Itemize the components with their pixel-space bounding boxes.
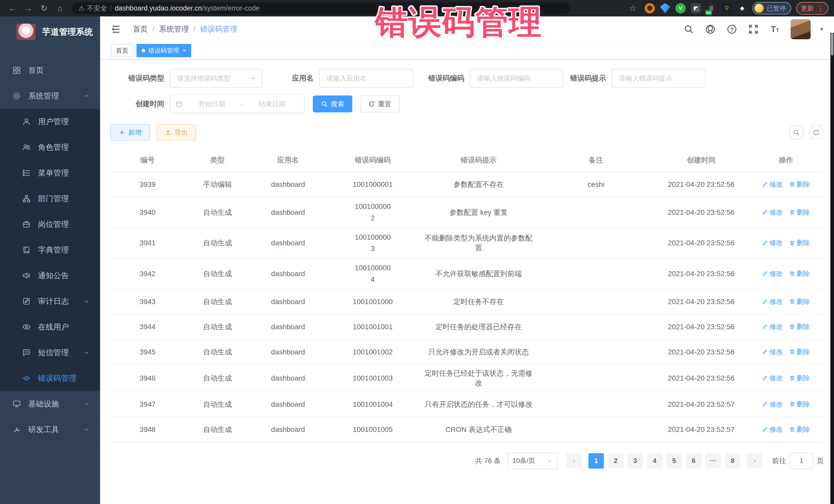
close-icon[interactable]: × xyxy=(183,47,186,54)
date-range-picker[interactable]: 开始日期 - 结束日期 xyxy=(170,94,305,113)
edit-link[interactable]: 修改 xyxy=(762,374,783,382)
sidebar-item-4[interactable]: 菜单管理 xyxy=(0,160,100,186)
more-pages-button[interactable]: ··· xyxy=(705,453,721,468)
sidebar-item-11[interactable]: 短信管理 xyxy=(0,340,100,366)
page-button-5[interactable]: 5 xyxy=(666,453,682,468)
bookmark-star-icon[interactable]: ☆ xyxy=(626,2,639,15)
end-date-placeholder[interactable]: 结束日期 xyxy=(245,100,299,109)
sidebar-item-9[interactable]: 审计日志 xyxy=(0,288,100,314)
page-button-4[interactable]: 4 xyxy=(647,453,662,468)
page-size-select[interactable]: 10条/页 xyxy=(507,453,557,469)
page-button-1[interactable]: 1 xyxy=(588,453,604,468)
edit-link[interactable]: 修改 xyxy=(762,238,783,247)
page-button-8[interactable]: 8 xyxy=(725,453,740,468)
breadcrumb-item[interactable]: 首页 xyxy=(133,24,148,35)
sidebar-item-0[interactable]: 首页 xyxy=(0,58,100,83)
edit-link[interactable]: 修改 xyxy=(762,322,783,331)
delete-link[interactable]: 删除 xyxy=(789,208,810,217)
error-code-input[interactable] xyxy=(470,74,563,82)
export-button[interactable]: 导出 xyxy=(156,124,196,140)
table-body: 3939手动编辑dashboard1001000001参数配置不存在ceshi2… xyxy=(110,172,824,442)
edit-link[interactable]: 修改 xyxy=(762,269,783,278)
sidebar-item-2[interactable]: 用户管理 xyxy=(0,109,100,134)
sidebar-item-6[interactable]: 岗位管理 xyxy=(0,212,100,237)
sidebar-item-3[interactable]: 角色管理 xyxy=(0,134,100,160)
start-date-placeholder[interactable]: 开始日期 xyxy=(185,100,239,109)
cell-message: CRON 表达式不正确 xyxy=(420,417,537,442)
hamburger-icon[interactable] xyxy=(111,24,122,35)
sidebar-item-13[interactable]: 基础设施 xyxy=(0,391,100,417)
extension-icon[interactable]: V xyxy=(675,3,686,13)
delete-link[interactable]: 删除 xyxy=(789,425,810,434)
github-icon[interactable] xyxy=(704,23,716,35)
toggle-search-icon[interactable] xyxy=(789,125,804,140)
search-icon[interactable] xyxy=(683,23,695,35)
sidebar-item-8[interactable]: 通知公告 xyxy=(0,263,100,288)
edit-link[interactable]: 修改 xyxy=(762,400,783,409)
chevron-down-icon[interactable]: ▾ xyxy=(820,26,823,32)
delete-link[interactable]: 删除 xyxy=(789,400,810,409)
edit-link[interactable]: 修改 xyxy=(762,348,783,356)
sidebar-item-14[interactable]: 研发工具 xyxy=(0,417,100,442)
error-code-field[interactable] xyxy=(470,69,564,88)
goto-label: 前往 xyxy=(772,456,786,465)
delete-link[interactable]: 删除 xyxy=(789,322,810,331)
extension-icon[interactable]: ◩ xyxy=(691,3,701,13)
app-name-input[interactable] xyxy=(320,74,412,82)
sidebar-item-7[interactable]: 字典管理 xyxy=(0,237,100,263)
app-name-field[interactable] xyxy=(319,69,413,88)
kebab-menu-icon[interactable]: ⋮ xyxy=(817,5,824,12)
edit-link[interactable]: 修改 xyxy=(762,208,783,217)
delete-link[interactable]: 删除 xyxy=(789,238,810,247)
extension-icon[interactable]: ◆ xyxy=(737,3,747,13)
error-message-field[interactable] xyxy=(612,69,705,88)
delete-link[interactable]: 删除 xyxy=(789,297,810,306)
sidebar-item-10[interactable]: 在线用户 xyxy=(0,314,100,340)
refresh-icon[interactable] xyxy=(809,125,824,140)
security-warning-icon[interactable]: ⚠ 不安全 xyxy=(79,4,107,13)
home-icon[interactable]: ⌂ xyxy=(53,2,67,15)
back-icon[interactable]: ← xyxy=(6,2,19,15)
edit-link[interactable]: 修改 xyxy=(762,180,783,189)
extension-icon[interactable]: ≣on xyxy=(706,3,717,13)
edit-link[interactable]: 修改 xyxy=(762,425,783,434)
delete-link[interactable]: 删除 xyxy=(789,180,810,189)
sidebar-item-12[interactable]: 错误码管理 xyxy=(0,366,100,391)
breadcrumb-item[interactable]: 系统管理 xyxy=(159,24,189,35)
fullscreen-icon[interactable] xyxy=(748,23,759,35)
delete-link[interactable]: 删除 xyxy=(789,269,810,278)
page-scrollbar[interactable] xyxy=(830,33,834,504)
error-message-input[interactable] xyxy=(612,74,705,82)
page-button-6[interactable]: 6 xyxy=(686,453,701,468)
extension-icon[interactable] xyxy=(660,3,670,13)
prev-page-button[interactable]: ‹ xyxy=(566,453,582,468)
add-button[interactable]: 新增 xyxy=(110,124,150,140)
sidebar-item-5[interactable]: 部门管理 xyxy=(0,186,100,212)
tab-1[interactable]: 错误码管理× xyxy=(136,44,191,57)
extension-icon[interactable] xyxy=(644,3,655,13)
reset-button[interactable]: 重置 xyxy=(360,95,399,112)
sidebar-item-1[interactable]: 系统管理 xyxy=(0,83,100,109)
page-button-2[interactable]: 2 xyxy=(608,453,623,468)
next-page-button[interactable]: › xyxy=(747,453,762,468)
error-type-select-input[interactable] xyxy=(170,74,250,82)
delete-link[interactable]: 删除 xyxy=(789,348,810,356)
logo[interactable]: 芋道管理系统 xyxy=(0,17,100,47)
page-button-3[interactable]: 3 xyxy=(628,453,643,468)
menu-list-icon xyxy=(22,168,31,178)
tab-0[interactable]: 首页 xyxy=(111,44,133,57)
forward-icon[interactable]: → xyxy=(22,2,35,15)
table-row: 3944自动生成dashboard1001001001定时任务的处理器已经存在2… xyxy=(110,314,824,339)
font-size-icon[interactable]: TT xyxy=(769,23,781,35)
goto-page-input[interactable] xyxy=(790,453,813,469)
extension-icon[interactable]: ⚲ xyxy=(722,3,732,13)
help-icon[interactable]: ? xyxy=(726,23,738,35)
edit-link[interactable]: 修改 xyxy=(762,297,783,306)
reload-icon[interactable]: ↻ xyxy=(38,2,51,15)
delete-link[interactable]: 删除 xyxy=(789,374,810,382)
browser-update-button[interactable]: 更新 ⋮ xyxy=(796,2,828,15)
error-type-select[interactable] xyxy=(170,69,262,88)
user-avatar[interactable] xyxy=(791,19,811,39)
browser-profile-badge[interactable]: 已暂停 xyxy=(752,2,791,14)
search-button[interactable]: 搜索 xyxy=(313,95,352,112)
